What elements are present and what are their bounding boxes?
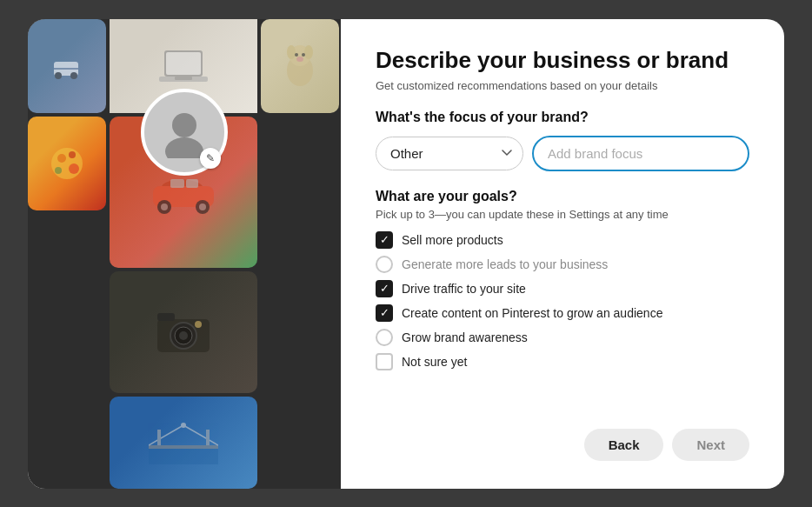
svg-rect-43 [206,430,210,445]
svg-point-14 [296,57,303,62]
svg-line-40 [183,425,218,445]
goal-item-traffic[interactable]: Drive traffic to your site [376,280,749,297]
goal-label-notsure: Not sure yet [402,355,467,369]
goal-label-leads: Generate more leads to your business [402,257,608,271]
goal-item-notsure[interactable]: Not sure yet [376,353,749,370]
avatar-edit-button[interactable]: ✎ [200,148,221,169]
svg-rect-35 [157,313,175,321]
next-button[interactable]: Next [672,429,749,461]
svg-point-45 [165,137,203,158]
modal: ✎ Describe your business or brand Get cu… [28,19,784,489]
brand-focus-dropdown[interactable]: Other [376,137,523,170]
svg-rect-29 [170,179,184,188]
goal-item-brand[interactable]: Grow brand awareness [376,329,749,346]
svg-point-18 [69,163,79,174]
goal-label-brand: Grow brand awareness [402,330,528,344]
svg-point-19 [55,167,62,174]
goal-item-sell[interactable]: Sell more products [376,231,749,249]
checkbox-notsure[interactable] [376,353,393,370]
checkbox-brand[interactable] [376,329,393,346]
back-button[interactable]: Back [584,429,664,461]
checkbox-sell[interactable] [376,231,393,249]
svg-point-13 [302,53,305,57]
svg-point-41 [181,423,186,428]
checkbox-traffic[interactable] [376,280,393,297]
goals-label: What are your goals? [376,189,749,204]
svg-rect-23 [175,77,192,80]
brand-focus-row: Other [376,136,749,171]
svg-point-27 [161,203,168,210]
brand-focus-input[interactable] [532,136,749,171]
goal-item-content[interactable]: Create content on Pinterest to grow an a… [376,304,749,322]
checkbox-content[interactable] [376,304,393,322]
image-cell-van [28,19,106,113]
brand-focus-label: What's the focus of your brand? [376,110,749,125]
goals-list: Sell more products Generate more leads t… [376,231,749,370]
svg-point-12 [295,53,298,57]
image-cell-bridge [110,397,257,489]
svg-rect-38 [149,445,218,449]
goal-label-sell: Sell more products [402,233,503,247]
svg-point-36 [195,321,202,328]
image-cell-camera [110,271,257,393]
svg-point-15 [51,148,83,179]
right-panel: Describe your business or brand Get cust… [341,19,784,489]
left-panel: ✎ [28,19,341,489]
svg-rect-30 [186,179,198,188]
svg-point-3 [70,72,77,79]
svg-point-11 [304,45,313,59]
page-title: Describe your business or brand [376,47,749,74]
svg-point-34 [179,331,188,340]
svg-point-17 [69,151,76,158]
avatar: ✎ [141,89,228,176]
image-cell-art [28,117,106,210]
svg-point-28 [199,203,206,210]
svg-rect-1 [54,68,78,70]
goal-label-content: Create content on Pinterest to grow an a… [402,306,662,320]
svg-rect-42 [157,430,161,445]
button-row: Back Next [376,429,749,461]
svg-point-2 [55,72,62,79]
svg-rect-37 [149,447,218,464]
svg-point-16 [57,154,66,163]
goal-item-leads[interactable]: Generate more leads to your business [376,256,749,273]
svg-line-39 [149,425,183,445]
image-cell-dog [261,19,339,113]
goals-sublabel: Pick up to 3—you can update these in Set… [376,208,749,221]
svg-point-10 [287,45,296,59]
page-subtitle: Get customized recommendations based on … [376,79,749,92]
svg-rect-21 [166,52,201,75]
svg-point-44 [172,113,196,137]
checkbox-leads[interactable] [376,256,393,273]
goal-label-traffic: Drive traffic to your site [402,282,526,296]
